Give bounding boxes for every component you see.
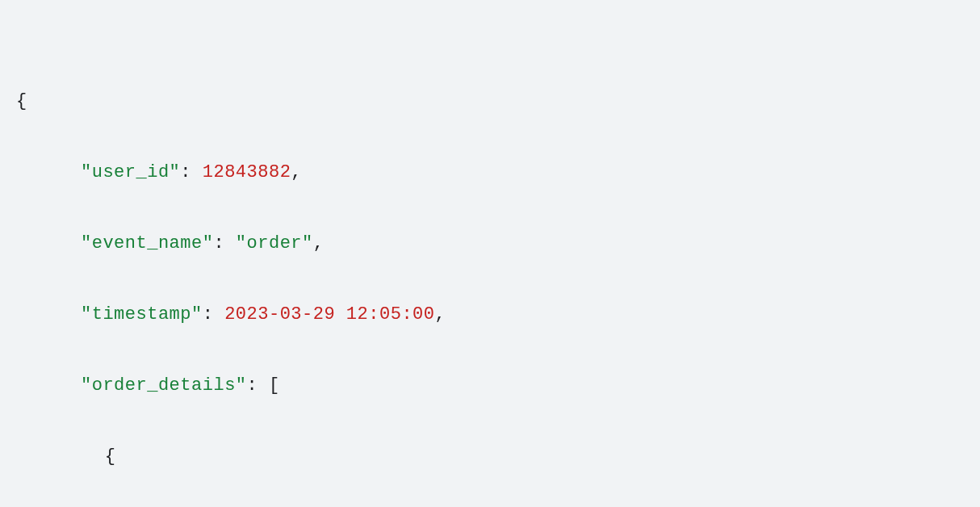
json-key: "user_id" — [81, 162, 180, 182]
json-key: "timestamp" — [81, 304, 203, 325]
open-brace: { — [16, 91, 27, 111]
code-line-user-id: "user_id": 12843882, — [16, 155, 964, 191]
colon: : — [203, 304, 224, 325]
comma: , — [313, 233, 325, 254]
json-value: 2023-03-29 12:05:00 — [224, 304, 434, 325]
code-line-order-details: "order_details": [ — [16, 368, 964, 404]
code-line-event-name: "event_name": "order", — [16, 226, 964, 262]
colon: : — [180, 162, 202, 182]
code-line-inner-open: { — [16, 439, 964, 475]
json-number: 12843882 — [203, 162, 291, 182]
code-line-open: { — [16, 84, 964, 119]
inner-open-brace: { — [94, 446, 115, 467]
open-bracket: [ — [269, 375, 280, 396]
json-key: "event_name" — [81, 233, 213, 254]
json-code-block: { "user_id": 12843882, "event_name": "or… — [16, 48, 964, 507]
code-line-timestamp: "timestamp": 2023-03-29 12:05:00, — [16, 297, 964, 333]
colon: : — [247, 375, 269, 396]
comma: , — [434, 304, 446, 325]
json-key: "order_details" — [81, 375, 247, 396]
comma: , — [291, 162, 302, 182]
colon: : — [213, 233, 235, 254]
json-string: "order" — [236, 233, 313, 254]
